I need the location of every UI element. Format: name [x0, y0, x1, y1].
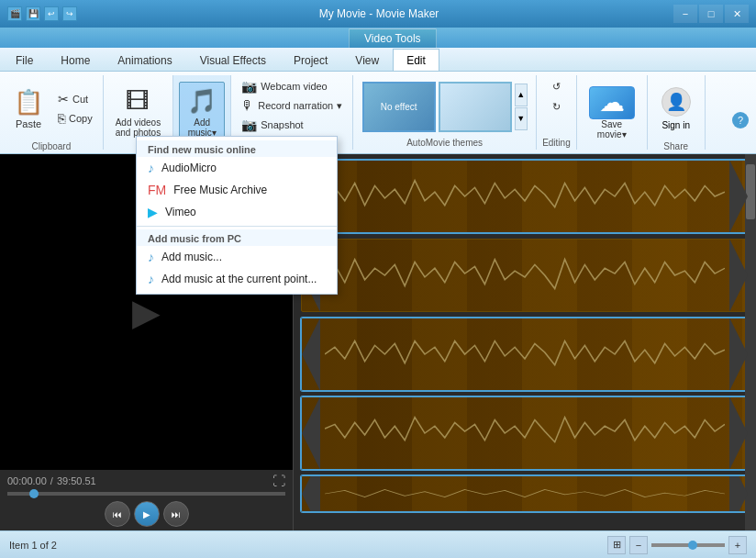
add-music-point-icon: ♪ [148, 272, 154, 286]
theme-2[interactable] [439, 82, 512, 132]
add-music-label: Addmusic▾ [188, 117, 217, 138]
add-music-item-label: Add music... [161, 251, 222, 263]
snapshot-icon: 📷 [241, 117, 257, 132]
status-bar: Item 1 of 2 ⊞ − + [0, 530, 756, 558]
paste-icon: 📋 [14, 88, 43, 117]
preview-controls: 00:00.00 / 39:50.51 ⛶ ⏮ ▶ ⏭ [0, 470, 293, 530]
zoom-slider[interactable] [651, 543, 725, 547]
fullscreen-button[interactable]: ⛶ [272, 474, 285, 488]
tab-animations[interactable]: Animations [104, 49, 185, 71]
tab-home[interactable]: Home [47, 49, 104, 71]
tab-file[interactable]: File [2, 49, 47, 71]
audiomicro-item[interactable]: ♪ AudioMicro [137, 157, 337, 179]
add-videos-button[interactable]: 🎞 Add videosand photos [109, 82, 168, 144]
add-music-at-point-item[interactable]: ♪ Add music at the current point... [137, 268, 337, 290]
quick-access-save[interactable]: 💾 [26, 6, 40, 21]
transport-controls: ⏮ ▶ ⏭ [7, 501, 285, 527]
vimeo-icon: ▶ [148, 205, 158, 219]
zoom-in-button[interactable]: + [728, 536, 747, 554]
timeline-track-2[interactable] [301, 239, 749, 312]
video-tools-tab[interactable]: Video Tools [349, 28, 437, 48]
timeline-track-3[interactable] [301, 318, 749, 391]
find-music-online-label: Find new music online [137, 140, 337, 157]
webcam-icon: 📷 [241, 79, 257, 94]
track-5-arrow-left [302, 475, 320, 512]
track-5-waveform [302, 476, 748, 511]
track-3-arrow-right [729, 318, 748, 391]
track-3-waveform [302, 318, 748, 390]
rotate-left-button[interactable]: ↺ [548, 77, 565, 95]
rewind-button[interactable]: ⏮ [105, 501, 130, 527]
close-button[interactable]: ✕ [725, 5, 749, 23]
themes-scroll-down[interactable]: ▼ [515, 107, 528, 130]
add-music-button[interactable]: 🎵 Addmusic▾ [179, 82, 225, 144]
snapshot-button[interactable]: 📷 Snapshot [237, 116, 307, 134]
playback-slider[interactable] [7, 492, 285, 496]
timeline-track-4[interactable] [301, 396, 749, 470]
play-button[interactable]: ▶ [134, 501, 160, 527]
editing-group: ↺ ↻ Editing [537, 75, 577, 150]
save-movie-button[interactable]: ☁ Savemovie▾ [583, 82, 641, 144]
editing-label: Editing [542, 138, 571, 148]
automovie-group: No effect ▲ ▼ AutoMovie themes [353, 75, 537, 150]
fma-icon: FM [148, 183, 166, 197]
add-videos-label: Add videosand photos [116, 117, 161, 138]
themes-scroll-up[interactable]: ▲ [515, 84, 528, 106]
status-icon-1[interactable]: ⊞ [607, 536, 626, 554]
automovie-label: AutoMovie themes [406, 138, 483, 148]
rotate-right-button[interactable]: ↻ [548, 97, 565, 116]
snapshot-label: Snapshot [261, 119, 303, 130]
cut-icon: ✂ [58, 92, 69, 106]
quick-access-redo[interactable]: ↪ [62, 6, 77, 21]
title-bar-icons: 🎬 💾 ↩ ↪ [7, 6, 77, 21]
app-icon: 🎬 [7, 6, 22, 21]
timeline-area[interactable] [294, 154, 756, 530]
status-item-info: Item 1 of 2 [9, 540, 57, 551]
add-music-at-point-label: Add music at the current point... [161, 273, 317, 285]
total-time: 39:50.51 [57, 475, 96, 486]
vimeo-item[interactable]: ▶ Vimeo [137, 201, 337, 223]
clipboard-label: Clipboard [31, 141, 71, 151]
tab-edit[interactable]: Edit [393, 49, 439, 71]
record-narration-button[interactable]: 🎙 Record narration ▾ [237, 96, 347, 115]
share-group: 👤 Sign in Share [648, 75, 706, 150]
theme-1[interactable]: No effect [362, 82, 436, 132]
track-4-arrow-right [729, 396, 748, 470]
fast-forward-button[interactable]: ⏭ [163, 501, 189, 527]
tab-visual-effects[interactable]: Visual Effects [186, 49, 280, 71]
audiomicro-label: AudioMicro [161, 162, 217, 174]
title-controls: − □ ✕ [673, 5, 749, 23]
rotate-right-icon: ↻ [552, 101, 561, 113]
sign-in-button[interactable]: 👤 Sign in [653, 77, 699, 140]
share-content: 👤 Sign in [653, 77, 699, 140]
add-music-icon: 🎵 [187, 87, 217, 116]
current-time: 00:00.00 [7, 475, 47, 486]
copy-button[interactable]: ⎘ Copy [53, 109, 97, 128]
paste-button[interactable]: 📋 Paste [6, 77, 51, 140]
help-button[interactable]: ? [732, 112, 749, 128]
playback-thumb [29, 489, 39, 498]
maximize-button[interactable]: □ [699, 5, 723, 23]
help-button-area: ? [732, 112, 749, 128]
quick-access-undo[interactable]: ↩ [44, 6, 59, 21]
minimize-button[interactable]: − [673, 5, 697, 23]
ribbon: 📋 Paste ✂ Cut ⎘ Copy Clipboard 🎞 Add vid… [0, 72, 756, 154]
cut-copy-col: ✂ Cut ⎘ Copy [53, 90, 97, 128]
timeline-track-1[interactable] [301, 160, 749, 233]
editing-content: ↺ ↻ [548, 77, 565, 136]
window-title: My Movie - Movie Maker [84, 7, 673, 20]
share-label: Share [663, 141, 688, 151]
timeline-track-5[interactable] [301, 475, 749, 512]
add-music-item[interactable]: ♪ Add music... [137, 246, 337, 268]
themes-scroll-buttons: ▲ ▼ [515, 84, 528, 130]
add-music-dropdown: Find new music online ♪ AudioMicro FM Fr… [136, 136, 338, 295]
tab-view[interactable]: View [341, 49, 393, 71]
add-content-btns: 📷 Record narration Webcam video 🎙 Record… [237, 77, 347, 134]
fma-item[interactable]: FM Free Music Archive [137, 179, 337, 201]
tab-project[interactable]: Project [280, 49, 341, 71]
zoom-thumb [688, 541, 697, 550]
cut-button[interactable]: ✂ Cut [53, 90, 97, 108]
dropdown-divider [137, 226, 337, 227]
zoom-out-button[interactable]: − [629, 536, 648, 554]
webcam-video-button[interactable]: 📷 Record narration Webcam video [237, 77, 332, 95]
